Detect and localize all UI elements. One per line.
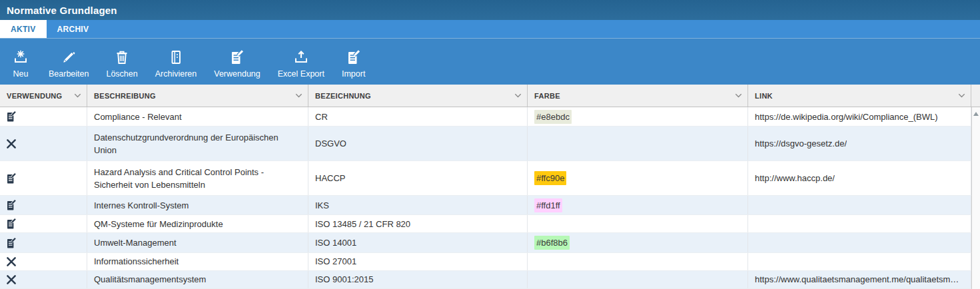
column-menu-chevron-down-icon[interactable]	[73, 92, 83, 99]
cell-farbe	[528, 253, 748, 270]
link-text: http://www.haccp.de/	[755, 172, 835, 184]
cell-link: https://www.qualitaetsmanagement.me/qual…	[748, 271, 971, 288]
cell-bezeichnung: IKS	[308, 196, 528, 214]
table-row[interactable]: Umwelt-ManagementISO 14001#b6f8b6	[0, 233, 971, 252]
cell-link	[748, 233, 971, 252]
cell-link	[748, 253, 971, 270]
column-header-farbe[interactable]: FARBE	[528, 85, 748, 107]
toolbar-button-verwendung[interactable]: Verwendung	[205, 39, 269, 85]
cell-link: https://de.wikipedia.org/wiki/Compliance…	[748, 107, 971, 126]
cell-farbe	[528, 127, 748, 160]
cell-beschreibung: Informationssicherheit	[87, 253, 308, 270]
import-note-icon	[346, 47, 362, 65]
column-header-verwendung[interactable]: VERWENDUNG	[0, 85, 87, 107]
x-icon	[5, 274, 17, 286]
toolbar-button-label: Verwendung	[214, 69, 260, 79]
note-pencil-icon	[5, 111, 17, 123]
note-pencil-icon	[5, 199, 17, 211]
cell-verwendung	[0, 161, 87, 195]
grid-header-row: VERWENDUNGBESCHREIBUNGBEZEICHNUNGFARBELI…	[0, 85, 980, 107]
toolbar-button-label: Bearbeiten	[49, 69, 89, 79]
toolbar-button-excel-export[interactable]: Excel Export	[269, 39, 333, 85]
toolbar-button-label: Excel Export	[278, 69, 324, 79]
column-header-bezeichnung[interactable]: BEZEICHNUNG	[308, 85, 528, 107]
title-bar: Normative Grundlagen	[0, 0, 980, 20]
cell-farbe: #e8ebdc	[528, 107, 748, 126]
header-scrollbar-spacer	[971, 85, 980, 107]
cell-bezeichnung: ISO 9001:2015	[308, 271, 528, 288]
column-menu-chevron-down-icon[interactable]	[294, 92, 304, 99]
toolbar-button-archivieren[interactable]: Archivieren	[147, 39, 206, 85]
cell-beschreibung: QM-Systeme für Medizinprodukte	[87, 215, 308, 232]
note-pencil-icon	[5, 218, 17, 230]
bezeichnung-text: IKS	[315, 199, 329, 212]
column-header-label: VERWENDUNG	[7, 92, 62, 100]
toolbar-button-label: Import	[342, 69, 365, 79]
cell-verwendung	[0, 127, 87, 160]
column-header-link[interactable]: LINK	[748, 85, 971, 107]
cell-bezeichnung: DSGVO	[308, 127, 528, 160]
column-menu-chevron-down-icon[interactable]	[734, 92, 743, 99]
cell-verwendung	[0, 253, 87, 270]
note-pencil-icon	[229, 47, 245, 65]
table-row[interactable]: Datenschutzgrundverordnung der Europäisc…	[0, 127, 971, 161]
color-swatch: #b6f8b6	[534, 236, 570, 250]
table-row[interactable]: InformationssicherheitISO 27001	[0, 253, 971, 271]
bezeichnung-text: ISO 13485 / 21 CFR 820	[315, 218, 410, 230]
beschreibung-text: Datenschutzgrundverordnung der Europäisc…	[94, 131, 301, 156]
cell-beschreibung: Compliance - Relevant	[87, 107, 308, 126]
edit-pencil-icon	[61, 47, 77, 65]
vertical-scrollbar[interactable]	[971, 107, 980, 289]
toolbar: NeuBearbeitenLöschenArchivierenVerwendun…	[0, 38, 980, 85]
page-title: Normative Grundlagen	[7, 5, 117, 16]
note-pencil-icon	[5, 172, 17, 184]
cell-link: http://www.haccp.de/	[748, 161, 971, 195]
beschreibung-text: Hazard Analysis and Critical Control Poi…	[94, 166, 301, 191]
column-menu-chevron-down-icon[interactable]	[513, 92, 523, 99]
cell-verwendung	[0, 233, 87, 252]
tab-aktiv[interactable]: AKTIV	[0, 20, 47, 38]
grid-body: Compliance - RelevantCR#e8ebdchttps://de…	[0, 107, 980, 289]
link-text: https://de.wikipedia.org/wiki/Compliance…	[755, 111, 938, 123]
toolbar-button-bearbeiten[interactable]: Bearbeiten	[40, 39, 97, 85]
column-header-label: LINK	[755, 92, 773, 100]
table-row[interactable]: Hazard Analysis and Critical Control Poi…	[0, 161, 971, 196]
cell-verwendung	[0, 215, 87, 232]
toolbar-button-label: Neu	[13, 69, 29, 79]
cell-beschreibung: Qualitätsmanagementsystem	[87, 271, 308, 288]
toolbar-button-löschen[interactable]: Löschen	[97, 39, 146, 85]
new-item-icon	[13, 47, 29, 65]
table-row[interactable]: QualitätsmanagementsystemISO 9001:2015ht…	[0, 271, 971, 289]
beschreibung-text: QM-Systeme für Medizinprodukte	[94, 218, 223, 230]
toolbar-button-import[interactable]: Import	[333, 39, 374, 85]
cell-farbe: #ffc90e	[528, 161, 748, 195]
bezeichnung-text: DSGVO	[315, 137, 346, 150]
toolbar-button-neu[interactable]: Neu	[1, 39, 40, 85]
cell-farbe: #ffd1ff	[528, 196, 748, 214]
x-icon	[5, 138, 17, 150]
cell-beschreibung: Hazard Analysis and Critical Control Poi…	[87, 161, 308, 195]
note-pencil-icon	[5, 237, 17, 249]
tab-archiv[interactable]: ARCHIV	[47, 20, 100, 38]
x-icon	[5, 256, 17, 268]
toolbar-button-label: Archivieren	[155, 69, 197, 79]
scroll-up-arrow-icon[interactable]	[973, 112, 979, 116]
column-menu-chevron-down-icon[interactable]	[957, 92, 967, 99]
cell-farbe	[528, 271, 748, 288]
table-row[interactable]: Compliance - RelevantCR#e8ebdchttps://de…	[0, 107, 971, 127]
cell-link: https://dsgvo-gesetz.de/	[748, 127, 971, 160]
color-swatch: #e8ebdc	[534, 110, 572, 124]
cell-bezeichnung: ISO 14001	[308, 233, 528, 252]
table-row[interactable]: QM-Systeme für MedizinprodukteISO 13485 …	[0, 215, 971, 233]
cell-bezeichnung: HACCP	[308, 161, 528, 195]
tab-bar: AKTIVARCHIV	[0, 20, 980, 38]
cell-beschreibung: Internes Kontroll-System	[87, 196, 308, 214]
beschreibung-text: Internes Kontroll-System	[94, 199, 189, 212]
column-header-label: BEZEICHNUNG	[315, 92, 371, 100]
cell-bezeichnung: CR	[308, 107, 528, 126]
trash-icon	[114, 47, 130, 65]
column-header-beschreibung[interactable]: BESCHREIBUNG	[87, 85, 308, 107]
export-icon	[293, 47, 309, 65]
table-row[interactable]: Internes Kontroll-SystemIKS#ffd1ff	[0, 196, 971, 215]
beschreibung-text: Informationssicherheit	[94, 255, 179, 268]
